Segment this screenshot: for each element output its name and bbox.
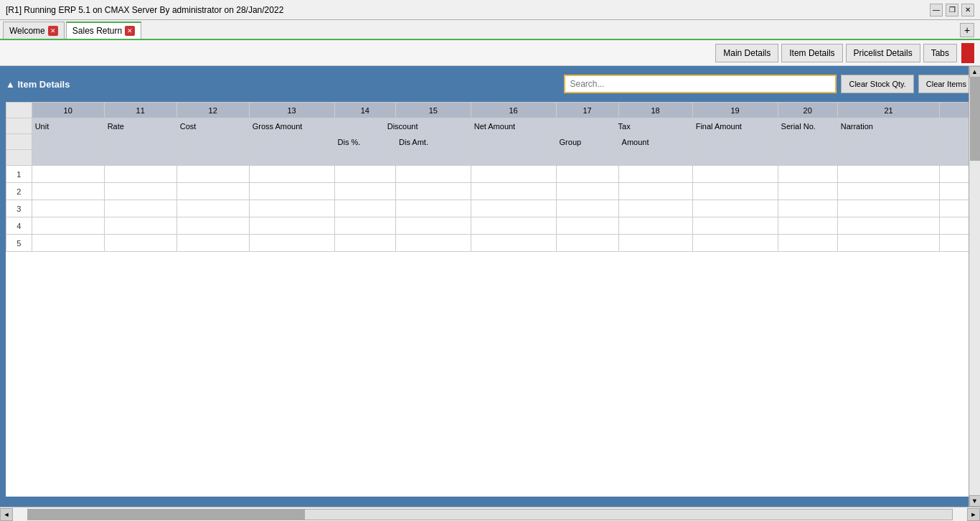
cell-5-tax-amount[interactable] [618,235,692,252]
horizontal-scroll-thumb[interactable] [28,510,305,520]
vertical-scrollbar[interactable]: ▲ ▼ [969,66,980,507]
cell-1-tax-amount[interactable] [618,166,692,183]
clear-items-button[interactable]: Clear Items [918,75,974,93]
cell-4-tax-group[interactable] [556,217,618,235]
clear-stock-qty-button[interactable]: Clear Stock Qty. [841,75,913,93]
scroll-right-button[interactable]: ► [967,508,980,521]
scroll-thumb[interactable] [970,78,980,161]
table-row[interactable]: 3 [6,200,974,217]
search-input[interactable] [564,75,837,93]
tab-welcome-close[interactable]: ✕ [48,26,58,36]
cell-5-net[interactable] [471,235,556,252]
cell-3-tax-group[interactable] [556,200,618,217]
tabs-button[interactable]: Tabs [923,44,957,62]
cell-4-rate[interactable] [104,217,176,235]
minimize-button[interactable]: — [930,4,943,17]
cell-3-tax-amount[interactable] [618,200,692,217]
cell-2-final[interactable] [692,183,778,200]
cell-4-gross[interactable] [249,217,334,235]
cell-5-gross[interactable] [249,235,334,252]
cell-4-serial[interactable] [778,217,837,235]
cell-2-cost[interactable] [176,183,249,200]
cell-4-dis-pct[interactable] [334,217,395,235]
col-header-19: 19 [692,103,778,118]
cell-5-unit[interactable] [32,235,104,252]
scroll-down-button[interactable]: ▼ [969,495,981,507]
cell-1-gross[interactable] [249,166,334,183]
table-row[interactable]: 2 [6,183,974,200]
close-window-button[interactable]: ✕ [961,4,974,17]
cell-1-dis-pct[interactable] [334,166,395,183]
cell-3-dis-pct[interactable] [334,200,395,217]
cell-1-narration[interactable] [837,166,940,183]
cell-2-gross[interactable] [249,183,334,200]
item-details-section: ▲ Item Details Clear Stock Qty. Clear It… [6,72,974,501]
row-num-4: 4 [6,217,32,235]
cell-4-narration[interactable] [837,217,940,235]
cell-3-cost[interactable] [176,200,249,217]
cell-4-tax-amount[interactable] [618,217,692,235]
cell-3-unit[interactable] [32,200,104,217]
table-row[interactable]: 4 [6,217,974,235]
cell-1-net[interactable] [471,166,556,183]
cell-5-narration[interactable] [837,235,940,252]
cell-2-unit[interactable] [32,183,104,200]
cell-1-dis-amt[interactable] [396,166,471,183]
cell-4-unit[interactable] [32,217,104,235]
cell-5-dis-pct[interactable] [334,235,395,252]
cell-3-gross[interactable] [249,200,334,217]
tab-sales-return[interactable]: Sales Return ✕ [66,22,141,39]
scroll-left-button[interactable]: ◄ [0,508,13,521]
pricelist-details-button[interactable]: Pricelist Details [846,44,920,62]
cell-4-final[interactable] [692,217,778,235]
tab-sales-return-close[interactable]: ✕ [125,26,135,36]
col-header-12: 12 [176,103,249,118]
cell-2-narration[interactable] [837,183,940,200]
cell-3-net[interactable] [471,200,556,217]
col-sublabel-tax-amount: Amount [618,134,692,150]
cell-3-rate[interactable] [104,200,176,217]
cell-3-serial[interactable] [778,200,837,217]
col-header-17: 17 [556,103,618,118]
cell-5-cost[interactable] [176,235,249,252]
cell-5-tax-group[interactable] [556,235,618,252]
cell-2-dis-amt[interactable] [396,183,471,200]
table-container[interactable]: 10 11 12 13 14 15 16 17 18 19 20 21 [6,102,974,497]
tab-add-button[interactable]: + [960,23,974,37]
cell-1-unit[interactable] [32,166,104,183]
tab-welcome[interactable]: Welcome ✕ [3,22,65,39]
cell-3-dis-amt[interactable] [396,200,471,217]
cell-2-dis-pct[interactable] [334,183,395,200]
col-label-row: Unit Rate Cost Gross Amount Discount Net… [6,118,974,134]
main-details-button[interactable]: Main Details [715,44,778,62]
cell-1-serial[interactable] [778,166,837,183]
cell-1-rate[interactable] [104,166,176,183]
cell-3-final[interactable] [692,200,778,217]
maximize-button[interactable]: ❐ [946,4,958,17]
col-header-20: 20 [778,103,837,118]
cell-4-cost[interactable] [176,217,249,235]
cell-2-rate[interactable] [104,183,176,200]
scroll-up-button[interactable]: ▲ [969,66,981,78]
cell-5-rate[interactable] [104,235,176,252]
table-row[interactable]: 1 [6,166,974,183]
cell-2-net[interactable] [471,183,556,200]
horizontal-scrollbar[interactable] [27,509,953,520]
cell-1-tax-group[interactable] [556,166,618,183]
cell-3-narration[interactable] [837,200,940,217]
table-row[interactable]: 5 [6,235,974,252]
cell-4-dis-amt[interactable] [396,217,471,235]
cell-5-dis-amt[interactable] [396,235,471,252]
cell-2-serial[interactable] [778,183,837,200]
filter-serial [778,150,837,166]
item-details-button[interactable]: Item Details [781,44,842,62]
filter-dis-pct [334,150,395,166]
col-header-blank1 [6,103,32,118]
cell-5-final[interactable] [692,235,778,252]
cell-2-tax-amount[interactable] [618,183,692,200]
cell-4-net[interactable] [471,217,556,235]
cell-1-final[interactable] [692,166,778,183]
cell-2-tax-group[interactable] [556,183,618,200]
cell-1-cost[interactable] [176,166,249,183]
cell-5-serial[interactable] [778,235,837,252]
